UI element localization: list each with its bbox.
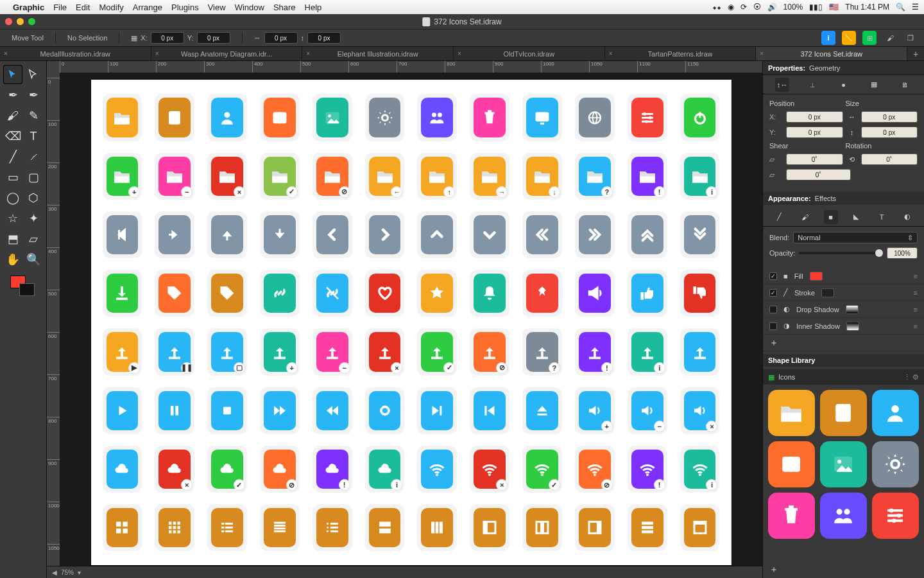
close-tab-icon[interactable]: ×: [155, 50, 159, 57]
icon-cell[interactable]: ×: [470, 446, 509, 493]
pos-y-field[interactable]: 0 px: [197, 32, 230, 44]
icon-cell[interactable]: [155, 387, 194, 434]
icon-cell[interactable]: [103, 270, 142, 317]
icon-cell[interactable]: i: [680, 446, 720, 493]
menu-plugins[interactable]: Plugins: [171, 3, 199, 12]
icon-cell[interactable]: i: [628, 328, 667, 375]
menu-edit[interactable]: Edit: [76, 3, 90, 12]
info-button[interactable]: i: [821, 31, 835, 45]
size-w-input[interactable]: 0 px: [861, 111, 918, 123]
zoom-tool[interactable]: 🔍: [24, 250, 43, 269]
fx-style-icon[interactable]: ◐: [900, 210, 914, 224]
icon-cell[interactable]: [680, 504, 720, 551]
grid-button[interactable]: ⊞: [862, 31, 877, 45]
library-table-icon[interactable]: [768, 441, 815, 487]
creative-cloud-icon[interactable]: ◉: [728, 3, 734, 12]
pos-x-field[interactable]: 0 px: [151, 32, 184, 44]
library-sliders-icon[interactable]: [872, 493, 919, 539]
icon-cell[interactable]: [680, 94, 720, 141]
icon-cell[interactable]: [365, 211, 405, 258]
icon-cell[interactable]: [312, 387, 352, 434]
icon-cell[interactable]: [470, 270, 509, 317]
text-style-icon[interactable]: T: [875, 210, 889, 224]
icon-cell[interactable]: [207, 270, 247, 317]
canvas[interactable]: +−×✓⊘←↑→↓?!i▶❚❚▢+−×✓⊘?!i+−××✓⊘!i×✓⊘!i: [60, 73, 762, 566]
fill-menu-icon[interactable]: ≡: [914, 272, 918, 280]
roundrect-tool[interactable]: ▢: [24, 168, 43, 187]
icon-cell[interactable]: ✓: [207, 446, 247, 493]
icon-cell[interactable]: ⊘: [312, 153, 352, 200]
icon-cell[interactable]: ×: [155, 446, 194, 493]
document-tab[interactable]: ×372 Icons Set.idraw: [756, 47, 907, 60]
text-tool[interactable]: T: [24, 127, 43, 146]
dropshadow-swatch[interactable]: [846, 305, 859, 314]
icon-cell[interactable]: [312, 504, 352, 551]
icon-cell[interactable]: ⊘: [470, 328, 509, 375]
dropbox-icon[interactable]: ⬥⬥: [712, 3, 721, 12]
icon-cell[interactable]: →: [470, 153, 509, 200]
document-tab[interactable]: ×Wasp Anatomy Diagram.idr...: [151, 47, 303, 60]
icon-cell[interactable]: ×: [365, 328, 405, 375]
volume-icon[interactable]: 🔊: [767, 3, 777, 12]
icon-cell[interactable]: !: [628, 446, 667, 493]
close-tab-icon[interactable]: ×: [760, 50, 764, 57]
list-icon[interactable]: ☰: [912, 3, 919, 12]
icon-cell[interactable]: [522, 504, 562, 551]
rect-tool[interactable]: ▭: [3, 168, 22, 187]
traffic-zoom-button[interactable]: [28, 18, 35, 25]
icon-cell[interactable]: [470, 387, 509, 434]
icon-cell[interactable]: [417, 211, 457, 258]
icon-cell[interactable]: ⊘: [260, 446, 300, 493]
star-tool[interactable]: ☆: [3, 209, 22, 228]
traffic-min-button[interactable]: [17, 18, 24, 25]
icon-cell[interactable]: ⊘: [575, 446, 615, 493]
icon-cell[interactable]: [522, 387, 562, 434]
icon-cell[interactable]: [680, 211, 720, 258]
size-h-input[interactable]: 0 px: [861, 127, 918, 138]
document-tab[interactable]: ×MedalIllustration.idraw: [0, 47, 151, 60]
library-folder-icon[interactable]: [768, 390, 815, 436]
stroke-checkbox[interactable]: ✓: [769, 289, 777, 297]
stroke-style-icon[interactable]: ╱: [773, 210, 787, 224]
icon-cell[interactable]: [103, 211, 142, 258]
icon-cell[interactable]: [207, 387, 247, 434]
icon-cell[interactable]: ↓: [522, 153, 562, 200]
icon-cell[interactable]: [575, 504, 615, 551]
icon-cell[interactable]: [522, 270, 562, 317]
spotlight-icon[interactable]: 🔍: [896, 3, 905, 12]
library-menu-icon[interactable]: ⋮ ⚙: [903, 373, 919, 381]
menu-modify[interactable]: Modify: [99, 3, 123, 12]
library-user-icon[interactable]: [872, 390, 919, 436]
icon-cell[interactable]: ✓: [260, 153, 300, 200]
icon-cell[interactable]: ✓: [417, 328, 457, 375]
menu-file[interactable]: File: [53, 3, 67, 12]
opacity-tab-icon[interactable]: ●: [836, 78, 850, 92]
artboard[interactable]: +−×✓⊘←↑→↓?!i▶❚❚▢+−×✓⊘?!i+−××✓⊘!i×✓⊘!i: [90, 79, 732, 566]
icon-cell[interactable]: ❚❚: [155, 328, 194, 375]
brush-style-icon[interactable]: 🖌: [798, 210, 812, 224]
library-doc-icon[interactable]: [820, 390, 867, 436]
brush-tool[interactable]: 🖌: [3, 106, 22, 125]
crop-tool[interactable]: ⬒: [3, 229, 22, 249]
icon-cell[interactable]: +: [103, 153, 142, 200]
dropshadow-menu-icon[interactable]: ≡: [914, 306, 918, 313]
new-tab-button[interactable]: +: [907, 47, 924, 60]
icon-cell[interactable]: [522, 211, 562, 258]
menu-arrange[interactable]: Arrange: [133, 3, 162, 12]
icon-cell[interactable]: +: [575, 387, 615, 434]
innershadow-swatch[interactable]: [846, 322, 859, 331]
icon-cell[interactable]: i: [365, 446, 405, 493]
shear-tool[interactable]: ▱: [24, 229, 43, 249]
icon-cell[interactable]: !: [628, 153, 667, 200]
icon-cell[interactable]: [365, 94, 405, 141]
icon-cell[interactable]: [260, 387, 300, 434]
icon-cell[interactable]: ?: [575, 153, 615, 200]
icon-cell[interactable]: [155, 94, 194, 141]
curve-tool[interactable]: ⟋: [24, 147, 43, 166]
icon-cell[interactable]: i: [680, 153, 720, 200]
icon-cell[interactable]: [155, 504, 194, 551]
icon-cell[interactable]: [470, 94, 509, 141]
library-gear-icon[interactable]: [872, 441, 919, 487]
icon-cell[interactable]: [470, 211, 509, 258]
icon-cell[interactable]: [260, 270, 300, 317]
